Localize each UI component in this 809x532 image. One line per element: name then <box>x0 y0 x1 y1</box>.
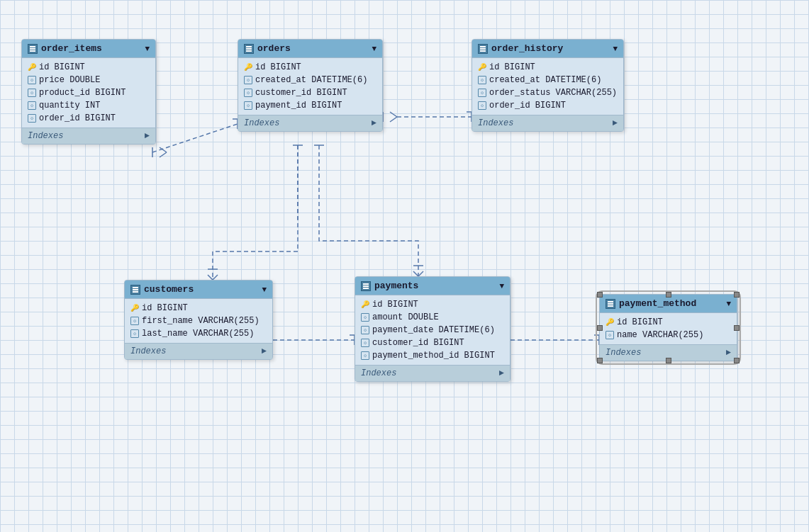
table-body-order-items: 🔑 id BIGINT ◇ price DOUBLE ◇ product_id … <box>22 58 155 128</box>
table-icon-payment-method <box>606 299 615 309</box>
table-body-order-history: 🔑 id BIGINT ◇ created_at DATETIME(6) ◇ o… <box>472 58 623 115</box>
field-name: order_status VARCHAR(255) <box>489 88 617 98</box>
field-name: product_id BIGINT <box>39 88 125 98</box>
table-row: 🔑 id BIGINT <box>472 61 623 74</box>
table-icon-order-history <box>478 44 488 54</box>
footer-expand-icon[interactable]: ► <box>372 118 376 128</box>
table-row: ◇ customer_id BIGINT <box>355 336 510 349</box>
field-name: created_at DATETIME(6) <box>255 75 367 85</box>
table-footer-orders[interactable]: Indexes ► <box>238 115 382 131</box>
table-payment-method[interactable]: payment_method ▼ 🔑 id BIGINT ◇ name VARC… <box>599 294 737 361</box>
field-name: id BIGINT <box>489 62 535 72</box>
table-orders[interactable]: orders ▼ 🔑 id BIGINT ◇ created_at DATETI… <box>238 39 383 132</box>
fk-icon: ◇ <box>244 89 252 97</box>
table-row: ◇ payment_id BIGINT <box>238 99 382 112</box>
footer-expand-icon[interactable]: ► <box>613 118 618 128</box>
table-footer-customers[interactable]: Indexes ► <box>125 343 272 359</box>
svg-line-14 <box>213 275 218 280</box>
svg-line-8 <box>390 117 397 122</box>
fk-icon: ◇ <box>478 76 486 84</box>
table-row: ◇ order_id BIGINT <box>22 112 155 125</box>
table-footer-order-history[interactable]: Indexes ► <box>472 115 623 131</box>
footer-expand-icon[interactable]: ► <box>145 131 150 141</box>
pk-icon: 🔑 <box>478 63 486 72</box>
field-name: last_name VARCHAR(255) <box>142 329 254 339</box>
table-row: ◇ order_id BIGINT <box>472 99 623 112</box>
fk-icon: ◇ <box>361 351 369 360</box>
pk-icon: 🔑 <box>130 304 139 312</box>
table-row: ◇ amount DOUBLE <box>355 311 510 324</box>
table-body-orders: 🔑 id BIGINT ◇ created_at DATETIME(6) ◇ c… <box>238 58 382 115</box>
table-row: ◇ created_at DATETIME(6) <box>472 74 623 86</box>
footer-expand-icon[interactable]: ► <box>726 348 731 358</box>
footer-label: Indexes <box>361 368 396 378</box>
field-name: quantity INT <box>39 101 100 111</box>
table-arrow-order-history[interactable]: ▼ <box>613 45 618 53</box>
pk-icon: 🔑 <box>606 318 614 327</box>
field-name: created_at DATETIME(6) <box>489 75 601 85</box>
fk-icon: ◇ <box>244 76 252 84</box>
table-row: ◇ price DOUBLE <box>22 74 155 86</box>
pk-icon: 🔑 <box>244 63 252 72</box>
fk-icon: ◇ <box>130 317 139 325</box>
table-arrow-orders[interactable]: ▼ <box>372 45 376 53</box>
table-arrow-order-items[interactable]: ▼ <box>145 45 150 53</box>
footer-label: Indexes <box>244 118 279 128</box>
table-order-items[interactable]: order_items ▼ 🔑 id BIGINT ◇ price DOUBLE… <box>21 39 156 145</box>
table-header-order-items: order_items ▼ <box>22 40 155 58</box>
table-customers[interactable]: customers ▼ 🔑 id BIGINT ◇ first_name VAR… <box>124 280 273 360</box>
field-name: order_id BIGINT <box>39 113 116 123</box>
table-footer-order-items[interactable]: Indexes ► <box>22 128 155 144</box>
table-row: 🔑 id BIGINT <box>125 302 272 315</box>
table-arrow-payment-method[interactable]: ▼ <box>726 300 731 308</box>
field-name: payment_id BIGINT <box>255 101 342 111</box>
svg-line-17 <box>413 271 418 276</box>
table-row: ◇ customer_id BIGINT <box>238 86 382 99</box>
table-row: ◇ created_at DATETIME(6) <box>238 74 382 86</box>
table-body-payment-method: 🔑 id BIGINT ◇ name VARCHAR(255) <box>600 313 737 344</box>
field-name: payment_method_id BIGINT <box>372 351 495 361</box>
table-title-payments: payments <box>374 281 496 291</box>
table-row: 🔑 id BIGINT <box>600 316 737 329</box>
svg-line-18 <box>418 271 423 276</box>
fk-icon: ◇ <box>28 89 36 97</box>
table-row: ◇ last_name VARCHAR(255) <box>125 327 272 340</box>
table-arrow-customers[interactable]: ▼ <box>262 285 267 294</box>
table-row: 🔑 id BIGINT <box>355 298 510 311</box>
table-header-payments: payments ▼ <box>355 277 510 295</box>
table-title-orders: orders <box>257 43 368 54</box>
table-row: 🔑 id BIGINT <box>238 61 382 74</box>
table-order-history[interactable]: order_history ▼ 🔑 id BIGINT ◇ created_at… <box>472 39 624 132</box>
table-icon-payments <box>361 281 371 291</box>
footer-expand-icon[interactable]: ► <box>499 368 504 378</box>
table-arrow-payments[interactable]: ▼ <box>499 282 504 290</box>
table-icon-order-items <box>28 44 38 54</box>
table-body-payments: 🔑 id BIGINT ◇ amount DOUBLE ◇ payment_da… <box>355 295 510 365</box>
table-icon-orders <box>244 44 254 54</box>
svg-line-1 <box>160 147 167 152</box>
table-title-order-history: order_history <box>491 43 609 54</box>
table-header-order-history: order_history ▼ <box>472 40 623 58</box>
field-name: order_id BIGINT <box>489 101 566 111</box>
fk-icon: ◇ <box>361 339 369 347</box>
fk-icon: ◇ <box>478 89 486 97</box>
footer-label: Indexes <box>606 348 641 358</box>
table-row: ◇ payment_method_id BIGINT <box>355 349 510 362</box>
table-icon-customers <box>130 285 140 295</box>
table-body-customers: 🔑 id BIGINT ◇ first_name VARCHAR(255) ◇ … <box>125 299 272 343</box>
fk-icon: ◇ <box>361 326 369 334</box>
fk-icon: ◇ <box>28 114 36 123</box>
field-name: id BIGINT <box>617 317 663 327</box>
table-title-payment-method: payment_method <box>619 298 722 309</box>
fk-icon: ◇ <box>361 313 369 322</box>
footer-expand-icon[interactable]: ► <box>262 346 267 356</box>
fk-icon: ◇ <box>478 101 486 110</box>
fk-icon: ◇ <box>130 329 139 338</box>
pk-icon: 🔑 <box>361 300 369 309</box>
table-title-customers: customers <box>144 284 258 295</box>
table-title-order-items: order_items <box>41 43 141 54</box>
table-footer-payments[interactable]: Indexes ► <box>355 365 510 381</box>
table-header-customers: customers ▼ <box>125 281 272 299</box>
table-payments[interactable]: payments ▼ 🔑 id BIGINT ◇ amount DOUBLE ◇… <box>355 276 510 382</box>
footer-label: Indexes <box>28 131 63 141</box>
